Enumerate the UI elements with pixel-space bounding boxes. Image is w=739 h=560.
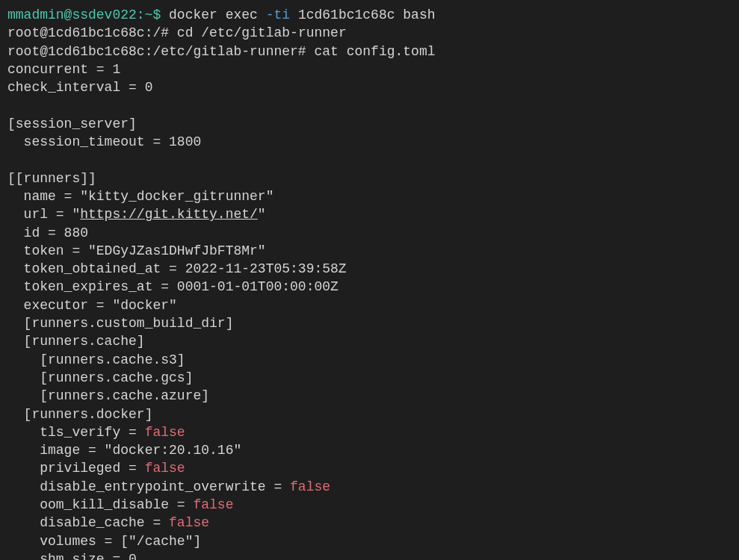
section-cache-gcs: [runners.cache.gcs]	[7, 370, 193, 385]
config-disable-entrypoint-key: disable_entrypoint_overwrite =	[7, 479, 290, 494]
section-custom-build-dir: [runners.custom_build_dir]	[7, 316, 233, 331]
config-shm-size: shm_size = 0	[7, 552, 137, 560]
cmd-cd: cd /etc/gitlab-runner	[169, 25, 347, 40]
config-image: image = "docker:20.10.16"	[7, 443, 241, 458]
config-privileged-key: privileged =	[7, 461, 145, 476]
config-concurrent: concurrent = 1	[7, 62, 120, 77]
shell-prompt-1: mmadmin@ssdev022:~$	[7, 7, 161, 22]
config-token-expires: token_expires_at = 0001-01-01T00:00:00Z	[7, 279, 338, 294]
config-id: id = 880	[7, 225, 88, 240]
config-url-prefix: url = "	[7, 207, 80, 222]
config-token-obtained: token_obtained_at = 2022-11-23T05:39:58Z	[7, 261, 347, 276]
config-url: https://git.kitty.net/	[80, 207, 258, 222]
section-session-server: [session_server]	[7, 116, 137, 131]
section-docker: [runners.docker]	[7, 407, 152, 422]
config-tls-verify-val: false	[145, 425, 185, 440]
config-session-timeout: session_timeout = 1800	[7, 134, 201, 149]
flag-ti: -ti	[266, 7, 290, 22]
config-url-suffix: "	[258, 207, 266, 222]
section-cache: [runners.cache]	[7, 334, 145, 349]
config-privileged-val: false	[145, 461, 185, 476]
section-cache-s3: [runners.cache.s3]	[7, 352, 185, 367]
shell-prompt-3: root@1cd61bc1c68c:/etc/gitlab-runner#	[7, 44, 306, 59]
config-executor: executor = "docker"	[7, 298, 177, 313]
section-runners: [[runners]]	[7, 171, 96, 186]
config-disable-cache-key: disable_cache =	[7, 515, 169, 530]
config-oom-kill-key: oom_kill_disable =	[7, 497, 193, 512]
config-oom-kill-val: false	[193, 497, 233, 512]
config-disable-cache-val: false	[169, 515, 209, 530]
section-cache-azure: [runners.cache.azure]	[7, 388, 209, 403]
config-name: name = "kitty_docker_gitrunner"	[7, 189, 273, 204]
config-disable-entrypoint-val: false	[290, 479, 330, 494]
cmd-container: 1cd61bc1c68c bash	[290, 7, 435, 22]
terminal-output[interactable]: mmadmin@ssdev022:~$ docker exec -ti 1cd6…	[7, 6, 732, 560]
cmd-cat: cat config.toml	[306, 44, 436, 59]
config-check-interval: check_interval = 0	[7, 80, 152, 95]
config-token: token = "EDGyJZas1DHwfJbFT8Mr"	[7, 243, 266, 258]
shell-prompt-2: root@1cd61bc1c68c:/#	[7, 25, 169, 40]
cmd-docker: docker exec	[161, 7, 265, 22]
config-tls-verify-key: tls_verify =	[7, 425, 145, 440]
config-volumes: volumes = ["/cache"]	[7, 534, 201, 549]
